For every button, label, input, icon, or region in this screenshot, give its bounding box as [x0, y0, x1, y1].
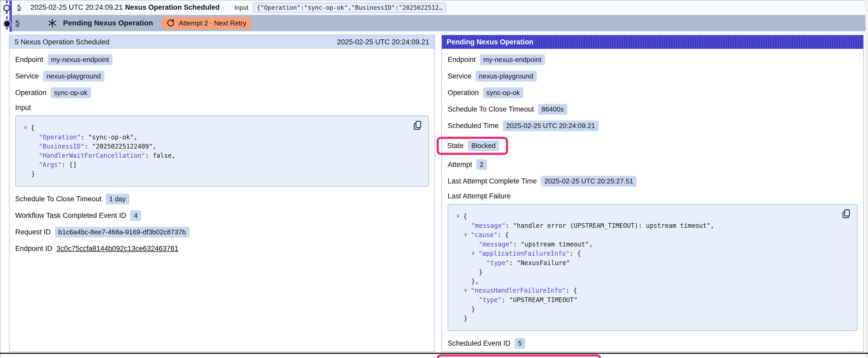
- state-value-chip: Blocked: [468, 140, 499, 151]
- field-value-chip: 2025-02-25 UTC 20:24:09.21: [503, 121, 598, 131]
- copy-icon[interactable]: [841, 209, 851, 219]
- event-row-pending[interactable]: 5 Pending Nexus Operation: [12, 15, 865, 31]
- scheduled-panel-header: 5 Nexus Operation Scheduled 2025-02-25 U…: [9, 35, 435, 49]
- field-label: Scheduled Time: [448, 122, 499, 130]
- field-value-chip: 2025-02-25 UTC 20:25:27.51: [541, 176, 637, 187]
- timeline-gutter: [0, 1, 12, 32]
- field-request-id: Request ID b1c6a4bc-8ee7-468a-9169-df3b0…: [15, 227, 429, 237]
- field-schedule-to-close: Schedule To Close Timeout 1 day: [15, 193, 429, 204]
- input-preview-chip: {"Operation":"sync-op-ok","BusinessID":"…: [253, 3, 446, 12]
- field-value-chip: nexus-playground: [475, 71, 537, 82]
- field-label: Endpoint ID: [15, 245, 52, 253]
- event-row-scheduled[interactable]: 5 2025-02-25 UTC 20:24:09.21 Nexus Opera…: [12, 1, 865, 15]
- json-code: ∨ { "Operation": "sync-op-ok", "Business…: [24, 123, 420, 179]
- field-value-chip: nexus-playground: [43, 71, 104, 82]
- field-attempt: Attempt 2: [448, 159, 858, 170]
- event-id-link[interactable]: 5: [16, 19, 20, 27]
- field-value-chip: my-nexus-endpoint: [480, 54, 545, 65]
- field-label: Request ID: [15, 228, 51, 236]
- field-value-chip: 4: [130, 210, 141, 221]
- endpoint-id-link[interactable]: 3c0c75ccfa8144b092c13ce632463761: [57, 245, 178, 253]
- field-value-chip: 2: [476, 159, 487, 170]
- panel-title: Pending Nexus Operation: [446, 38, 533, 46]
- panel-title: 5 Nexus Operation Scheduled: [15, 38, 109, 46]
- event-title: Pending Nexus Operation: [63, 19, 153, 27]
- failure-section-label: Last Attempt Failure: [448, 192, 858, 200]
- workflow-event-history-view: 5 2025-02-25 UTC 20:24:09.21 Nexus Opera…: [0, 0, 868, 358]
- field-endpoint: Endpoint my-nexus-endpoint: [448, 54, 858, 65]
- pending-operation-panel: Pending Nexus Operation Endpoint my-nexu…: [441, 35, 864, 352]
- field-label: Schedule To Close Timeout: [448, 105, 534, 113]
- json-code: ∨ { "message": "handler error (UPSTREAM_…: [456, 212, 849, 323]
- event-id-link[interactable]: 5: [17, 3, 21, 11]
- field-label: Service: [448, 72, 471, 80]
- history-bottom-divider: [0, 353, 868, 354]
- field-label: Last Attempt Complete Time: [448, 177, 537, 185]
- input-section-label: Input: [15, 104, 429, 112]
- field-scheduled-event-id: Scheduled Event ID 5: [448, 338, 858, 349]
- field-endpoint: Endpoint my-nexus-endpoint: [15, 54, 429, 65]
- field-value-chip: sync-op-ok: [483, 88, 523, 98]
- scheduled-event-detail-panel: 5 Nexus Operation Scheduled 2025-02-25 U…: [9, 35, 435, 352]
- field-service: Service nexus-playground: [15, 71, 429, 82]
- field-value-chip: 86400s: [538, 104, 567, 115]
- event-group-accent-bar: [9, 1, 12, 32]
- field-operation: Operation sync-op-ok: [15, 87, 429, 98]
- event-timestamp: 2025-02-25 UTC 20:24:09.21: [30, 3, 125, 11]
- field-label: Scheduled Event ID: [448, 339, 510, 348]
- vertical-scrollbar[interactable]: [865, 0, 868, 358]
- input-code-block: ∨ { "Operation": "sync-op-ok", "Business…: [15, 116, 429, 187]
- field-label: Endpoint: [448, 56, 476, 64]
- field-value-chip: my-nexus-endpoint: [48, 54, 113, 65]
- panel-timestamp: 2025-02-25 UTC 20:24:09.21: [337, 38, 429, 46]
- field-label: Endpoint: [15, 56, 43, 64]
- attempt-badge-label: Attempt 2 · Next Retry: [179, 19, 246, 27]
- field-value-chip: b1c6a4bc-8ee7-468a-9169-df3b02c8737b: [55, 227, 189, 237]
- field-label: State: [447, 142, 464, 150]
- field-label: Service: [15, 72, 39, 80]
- timeline-current-dot-icon: [4, 21, 10, 27]
- field-scheduled-time: Scheduled Time 2025-02-25 UTC 20:24:09.2…: [448, 120, 858, 131]
- field-label: Attempt: [448, 161, 472, 169]
- attempt-retry-badge: Attempt 2 · Next Retry: [162, 17, 251, 29]
- copy-icon[interactable]: [412, 121, 423, 131]
- field-value-chip: 1 day: [105, 194, 129, 204]
- input-label: Input: [234, 4, 248, 11]
- event-title: Nexus Operation Scheduled: [125, 3, 220, 11]
- field-service: Service nexus-playground: [448, 71, 858, 82]
- pending-asterisk-icon: [47, 18, 57, 28]
- blocked-reason-highlight-annotation: Blocked Reason The circuit breaker is op…: [437, 354, 601, 358]
- field-schedule-to-close: Schedule To Close Timeout 86400s: [448, 104, 858, 115]
- retry-icon: [166, 19, 175, 27]
- field-label: Workflow Task Completed Event ID: [15, 211, 126, 220]
- field-label: Schedule To Close Timeout: [15, 195, 101, 203]
- failure-code-block: ∨ { "message": "handler error (UPSTREAM_…: [448, 204, 858, 331]
- field-label: Operation: [448, 89, 479, 97]
- field-state: State Blocked: [448, 137, 858, 155]
- field-blocked-reason: Blocked Reason The circuit breaker is op…: [448, 354, 858, 358]
- state-highlight-annotation: State Blocked: [437, 137, 508, 155]
- pending-panel-header: Pending Nexus Operation: [442, 35, 863, 49]
- timeline-open-circle-icon: [3, 5, 10, 11]
- field-value-chip: sync-op-ok: [51, 88, 91, 98]
- field-label: Operation: [15, 89, 46, 97]
- field-value-chip: 5: [515, 338, 525, 349]
- field-workflow-task-event-id: Workflow Task Completed Event ID 4: [15, 210, 429, 221]
- event-history: 5 2025-02-25 UTC 20:24:09.21 Nexus Opera…: [0, 1, 865, 31]
- field-endpoint-id: Endpoint ID 3c0c75ccfa8144b092c13ce63246…: [15, 243, 429, 254]
- field-operation: Operation sync-op-ok: [448, 87, 858, 98]
- field-last-attempt-complete-time: Last Attempt Complete Time 2025-02-25 UT…: [448, 175, 858, 187]
